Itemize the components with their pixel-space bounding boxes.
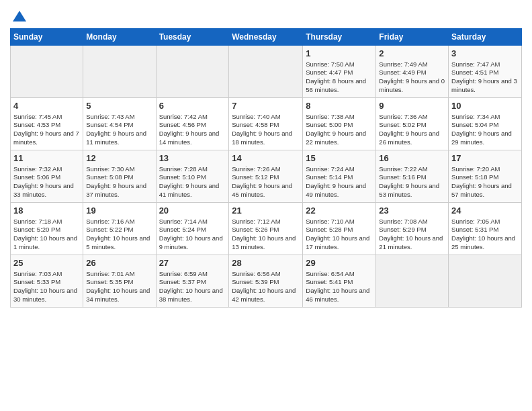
calendar-cell [229, 46, 303, 98]
day-info: Daylight: 10 hours and 5 minutes. [86, 234, 152, 252]
day-number: 27 [159, 257, 226, 269]
day-number: 11 [13, 152, 80, 165]
day-header-monday: Monday [83, 29, 156, 46]
day-info: Sunset: 4:47 PM [306, 68, 373, 77]
day-number: 22 [306, 205, 373, 217]
day-number: 4 [13, 100, 80, 112]
day-info: Daylight: 8 hours and 56 minutes. [306, 77, 373, 95]
day-info: Daylight: 10 hours and 30 minutes. [13, 287, 80, 304]
day-info: Sunset: 4:54 PM [86, 121, 152, 130]
calendar-cell: 12Sunrise: 7:30 AMSunset: 5:08 PMDayligh… [83, 150, 156, 203]
day-number: 6 [159, 100, 226, 112]
week-row-5: 25Sunrise: 7:03 AMSunset: 5:33 PMDayligh… [11, 255, 522, 308]
calendar-cell: 27Sunrise: 6:59 AMSunset: 5:37 PMDayligh… [156, 255, 229, 308]
day-info: Sunrise: 7:24 AM [306, 165, 373, 174]
day-number: 19 [86, 205, 152, 217]
calendar-cell: 28Sunrise: 6:56 AMSunset: 5:39 PMDayligh… [229, 255, 303, 308]
day-info: Sunrise: 7:47 AM [451, 60, 519, 69]
day-info: Sunset: 5:04 PM [451, 121, 519, 130]
calendar-cell: 24Sunrise: 7:05 AMSunset: 5:31 PMDayligh… [449, 203, 522, 255]
day-info: Sunrise: 7:36 AM [379, 113, 445, 122]
day-number: 10 [451, 100, 519, 112]
day-info: Sunrise: 7:38 AM [306, 113, 373, 122]
logo-icon [11, 9, 28, 26]
day-info: Sunrise: 7:26 AM [232, 165, 300, 174]
day-number: 23 [379, 205, 445, 217]
calendar-cell: 20Sunrise: 7:14 AMSunset: 5:24 PMDayligh… [156, 203, 229, 255]
day-info: Daylight: 9 hours and 26 minutes. [379, 130, 445, 147]
day-info: Sunrise: 7:05 AM [451, 218, 519, 226]
calendar-cell [376, 255, 449, 308]
day-info: Sunset: 5:16 PM [379, 173, 445, 182]
calendar-cell: 14Sunrise: 7:26 AMSunset: 5:12 PMDayligh… [229, 150, 303, 203]
day-number: 15 [306, 152, 373, 165]
day-header-friday: Friday [376, 29, 449, 46]
day-info: Sunrise: 7:32 AM [13, 165, 80, 174]
day-info: Sunrise: 7:28 AM [159, 165, 226, 174]
day-info: Daylight: 9 hours and 49 minutes. [306, 182, 373, 199]
day-number: 21 [232, 205, 300, 217]
day-info: Daylight: 10 hours and 38 minutes. [159, 287, 226, 304]
days-header-row: SundayMondayTuesdayWednesdayThursdayFrid… [11, 29, 522, 46]
day-number: 14 [232, 152, 300, 165]
day-info: Sunset: 4:58 PM [232, 121, 300, 130]
day-number: 9 [379, 100, 445, 112]
day-info: Sunrise: 7:01 AM [86, 270, 152, 279]
day-info: Sunset: 4:56 PM [159, 121, 226, 130]
calendar-cell: 22Sunrise: 7:10 AMSunset: 5:28 PMDayligh… [303, 203, 376, 255]
day-number: 28 [232, 257, 300, 269]
day-info: Daylight: 10 hours and 46 minutes. [306, 287, 373, 304]
calendar-cell: 2Sunrise: 7:49 AMSunset: 4:49 PMDaylight… [376, 46, 449, 98]
header [10, 7, 522, 26]
day-info: Sunrise: 7:20 AM [451, 165, 519, 174]
day-info: Sunset: 4:53 PM [13, 121, 80, 130]
calendar-cell: 5Sunrise: 7:43 AMSunset: 4:54 PMDaylight… [83, 98, 156, 150]
day-number: 24 [451, 205, 519, 217]
day-info: Sunrise: 7:10 AM [306, 218, 373, 226]
day-info: Daylight: 9 hours and 22 minutes. [306, 130, 373, 147]
day-info: Daylight: 10 hours and 13 minutes. [232, 234, 300, 252]
day-info: Daylight: 10 hours and 34 minutes. [86, 287, 152, 304]
day-info: Sunset: 5:31 PM [451, 226, 519, 234]
day-info: Daylight: 9 hours and 45 minutes. [232, 182, 300, 199]
day-info: Daylight: 10 hours and 17 minutes. [306, 234, 373, 252]
day-info: Sunset: 5:29 PM [379, 226, 445, 234]
calendar-cell: 1Sunrise: 7:50 AMSunset: 4:47 PMDaylight… [303, 46, 376, 98]
day-info: Daylight: 9 hours and 11 minutes. [86, 130, 152, 147]
day-info: Sunset: 5:10 PM [159, 173, 226, 182]
calendar-cell: 9Sunrise: 7:36 AMSunset: 5:02 PMDaylight… [376, 98, 449, 150]
day-info: Sunrise: 7:18 AM [13, 218, 80, 226]
day-info: Sunset: 5:00 PM [306, 121, 373, 130]
day-number: 25 [13, 257, 80, 269]
day-info: Sunrise: 7:03 AM [13, 270, 80, 279]
day-info: Sunset: 5:39 PM [232, 278, 300, 287]
day-info: Daylight: 10 hours and 1 minute. [13, 234, 80, 252]
day-number: 20 [159, 205, 226, 217]
day-info: Sunset: 5:22 PM [86, 226, 152, 234]
day-info: Sunset: 5:14 PM [306, 173, 373, 182]
day-header-saturday: Saturday [449, 29, 522, 46]
week-row-2: 4Sunrise: 7:45 AMSunset: 4:53 PMDaylight… [11, 98, 522, 150]
day-info: Sunrise: 7:22 AM [379, 165, 445, 174]
calendar-cell: 29Sunrise: 6:54 AMSunset: 5:41 PMDayligh… [303, 255, 376, 308]
calendar-cell: 6Sunrise: 7:42 AMSunset: 4:56 PMDaylight… [156, 98, 229, 150]
day-number: 26 [86, 257, 152, 269]
calendar-cell: 3Sunrise: 7:47 AMSunset: 4:51 PMDaylight… [449, 46, 522, 98]
day-info: Sunset: 5:08 PM [86, 173, 152, 182]
day-info: Daylight: 9 hours and 14 minutes. [159, 130, 226, 147]
day-info: Sunrise: 7:30 AM [86, 165, 152, 174]
day-info: Sunset: 5:26 PM [232, 226, 300, 234]
calendar-cell [11, 46, 83, 98]
day-info: Daylight: 9 hours and 41 minutes. [159, 182, 226, 199]
calendar-cell: 11Sunrise: 7:32 AMSunset: 5:06 PMDayligh… [11, 150, 83, 203]
day-info: Sunset: 5:28 PM [306, 226, 373, 234]
day-number: 1 [306, 48, 373, 60]
day-info: Daylight: 10 hours and 21 minutes. [379, 234, 445, 252]
day-info: Sunrise: 6:56 AM [232, 270, 300, 279]
day-info: Sunset: 4:49 PM [379, 68, 445, 77]
calendar-table: SundayMondayTuesdayWednesdayThursdayFrid… [10, 28, 522, 308]
day-number: 13 [159, 152, 226, 165]
week-row-3: 11Sunrise: 7:32 AMSunset: 5:06 PMDayligh… [11, 150, 522, 203]
calendar-cell: 23Sunrise: 7:08 AMSunset: 5:29 PMDayligh… [376, 203, 449, 255]
day-number: 2 [379, 48, 445, 60]
